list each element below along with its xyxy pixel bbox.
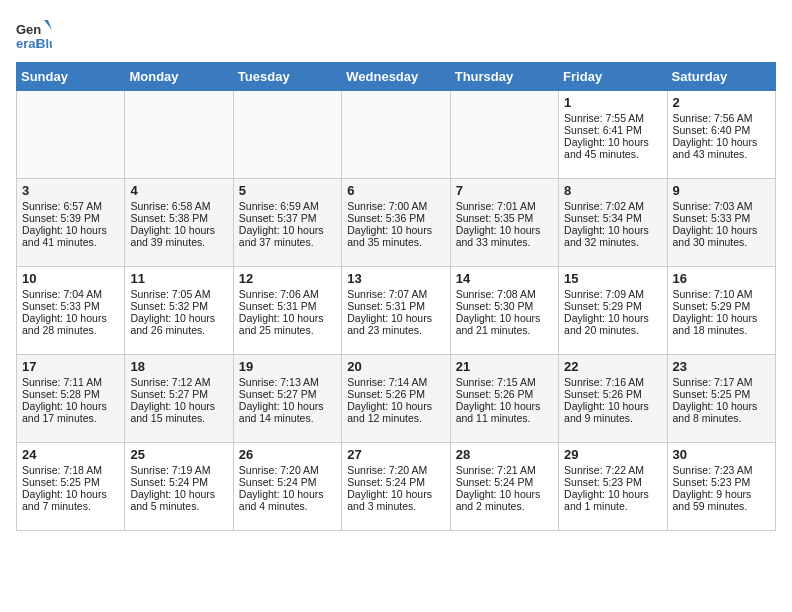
- page-header: Gen eral Blue: [16, 16, 776, 52]
- day-info: Sunset: 5:25 PM: [22, 476, 119, 488]
- day-info: Sunrise: 7:17 AM: [673, 376, 770, 388]
- day-info: Sunset: 5:37 PM: [239, 212, 336, 224]
- calendar-body: 1Sunrise: 7:55 AMSunset: 6:41 PMDaylight…: [17, 91, 776, 531]
- day-info: Daylight: 10 hours and 43 minutes.: [673, 136, 770, 160]
- day-info: Sunset: 5:33 PM: [22, 300, 119, 312]
- day-number: 25: [130, 447, 227, 462]
- calendar-cell: 17Sunrise: 7:11 AMSunset: 5:28 PMDayligh…: [17, 355, 125, 443]
- day-number: 26: [239, 447, 336, 462]
- calendar-cell: 14Sunrise: 7:08 AMSunset: 5:30 PMDayligh…: [450, 267, 558, 355]
- day-info: Sunset: 5:29 PM: [564, 300, 661, 312]
- day-info: Sunrise: 7:19 AM: [130, 464, 227, 476]
- calendar-cell: 25Sunrise: 7:19 AMSunset: 5:24 PMDayligh…: [125, 443, 233, 531]
- calendar-cell: [17, 91, 125, 179]
- day-info: Sunset: 5:31 PM: [347, 300, 444, 312]
- calendar-week-4: 17Sunrise: 7:11 AMSunset: 5:28 PMDayligh…: [17, 355, 776, 443]
- calendar-header-wednesday: Wednesday: [342, 63, 450, 91]
- day-info: Sunset: 5:29 PM: [673, 300, 770, 312]
- day-info: Daylight: 10 hours and 26 minutes.: [130, 312, 227, 336]
- day-info: Sunrise: 6:59 AM: [239, 200, 336, 212]
- calendar-cell: 15Sunrise: 7:09 AMSunset: 5:29 PMDayligh…: [559, 267, 667, 355]
- logo: Gen eral Blue: [16, 16, 58, 52]
- day-info: Sunrise: 7:14 AM: [347, 376, 444, 388]
- day-info: Daylight: 10 hours and 25 minutes.: [239, 312, 336, 336]
- calendar-cell: [125, 91, 233, 179]
- day-number: 12: [239, 271, 336, 286]
- day-number: 8: [564, 183, 661, 198]
- day-number: 4: [130, 183, 227, 198]
- calendar-week-5: 24Sunrise: 7:18 AMSunset: 5:25 PMDayligh…: [17, 443, 776, 531]
- day-info: Sunrise: 7:13 AM: [239, 376, 336, 388]
- day-info: Sunset: 5:24 PM: [130, 476, 227, 488]
- calendar-week-2: 3Sunrise: 6:57 AMSunset: 5:39 PMDaylight…: [17, 179, 776, 267]
- day-info: Daylight: 10 hours and 20 minutes.: [564, 312, 661, 336]
- calendar-cell: 9Sunrise: 7:03 AMSunset: 5:33 PMDaylight…: [667, 179, 775, 267]
- day-info: Daylight: 10 hours and 1 minute.: [564, 488, 661, 512]
- calendar-cell: 21Sunrise: 7:15 AMSunset: 5:26 PMDayligh…: [450, 355, 558, 443]
- day-info: Daylight: 10 hours and 2 minutes.: [456, 488, 553, 512]
- calendar-header-sunday: Sunday: [17, 63, 125, 91]
- day-number: 24: [22, 447, 119, 462]
- day-info: Daylight: 10 hours and 28 minutes.: [22, 312, 119, 336]
- day-info: Sunset: 5:31 PM: [239, 300, 336, 312]
- day-info: Sunrise: 7:00 AM: [347, 200, 444, 212]
- day-info: Sunrise: 7:22 AM: [564, 464, 661, 476]
- calendar-cell: 22Sunrise: 7:16 AMSunset: 5:26 PMDayligh…: [559, 355, 667, 443]
- calendar-cell: 6Sunrise: 7:00 AMSunset: 5:36 PMDaylight…: [342, 179, 450, 267]
- day-info: Sunset: 5:26 PM: [347, 388, 444, 400]
- calendar-cell: 2Sunrise: 7:56 AMSunset: 6:40 PMDaylight…: [667, 91, 775, 179]
- calendar-header-tuesday: Tuesday: [233, 63, 341, 91]
- day-info: Daylight: 10 hours and 37 minutes.: [239, 224, 336, 248]
- calendar-cell: 8Sunrise: 7:02 AMSunset: 5:34 PMDaylight…: [559, 179, 667, 267]
- calendar-cell: 12Sunrise: 7:06 AMSunset: 5:31 PMDayligh…: [233, 267, 341, 355]
- day-info: Sunset: 5:23 PM: [673, 476, 770, 488]
- calendar-cell: 27Sunrise: 7:20 AMSunset: 5:24 PMDayligh…: [342, 443, 450, 531]
- day-info: Daylight: 10 hours and 35 minutes.: [347, 224, 444, 248]
- calendar-cell: 18Sunrise: 7:12 AMSunset: 5:27 PMDayligh…: [125, 355, 233, 443]
- svg-marker-2: [44, 20, 52, 30]
- day-info: Sunrise: 7:10 AM: [673, 288, 770, 300]
- day-number: 21: [456, 359, 553, 374]
- day-number: 23: [673, 359, 770, 374]
- day-info: Sunset: 5:26 PM: [456, 388, 553, 400]
- day-info: Sunset: 5:24 PM: [239, 476, 336, 488]
- calendar-header-monday: Monday: [125, 63, 233, 91]
- day-info: Sunset: 5:38 PM: [130, 212, 227, 224]
- calendar-table: SundayMondayTuesdayWednesdayThursdayFrid…: [16, 62, 776, 531]
- day-number: 18: [130, 359, 227, 374]
- day-info: Sunrise: 7:07 AM: [347, 288, 444, 300]
- day-info: Sunrise: 7:09 AM: [564, 288, 661, 300]
- day-number: 14: [456, 271, 553, 286]
- day-info: Sunset: 5:24 PM: [456, 476, 553, 488]
- day-info: Sunset: 5:24 PM: [347, 476, 444, 488]
- day-info: Daylight: 9 hours and 59 minutes.: [673, 488, 770, 512]
- day-info: Sunrise: 7:03 AM: [673, 200, 770, 212]
- calendar-cell: 26Sunrise: 7:20 AMSunset: 5:24 PMDayligh…: [233, 443, 341, 531]
- day-info: Daylight: 10 hours and 39 minutes.: [130, 224, 227, 248]
- day-info: Sunset: 5:28 PM: [22, 388, 119, 400]
- calendar-cell: 29Sunrise: 7:22 AMSunset: 5:23 PMDayligh…: [559, 443, 667, 531]
- calendar-cell: 11Sunrise: 7:05 AMSunset: 5:32 PMDayligh…: [125, 267, 233, 355]
- day-number: 1: [564, 95, 661, 110]
- day-number: 7: [456, 183, 553, 198]
- day-info: Daylight: 10 hours and 15 minutes.: [130, 400, 227, 424]
- day-number: 17: [22, 359, 119, 374]
- calendar-cell: 20Sunrise: 7:14 AMSunset: 5:26 PMDayligh…: [342, 355, 450, 443]
- day-number: 3: [22, 183, 119, 198]
- day-info: Sunrise: 7:04 AM: [22, 288, 119, 300]
- calendar-cell: 7Sunrise: 7:01 AMSunset: 5:35 PMDaylight…: [450, 179, 558, 267]
- day-number: 6: [347, 183, 444, 198]
- day-info: Sunrise: 7:01 AM: [456, 200, 553, 212]
- day-number: 16: [673, 271, 770, 286]
- day-info: Sunset: 6:40 PM: [673, 124, 770, 136]
- calendar-week-1: 1Sunrise: 7:55 AMSunset: 6:41 PMDaylight…: [17, 91, 776, 179]
- day-info: Sunrise: 7:08 AM: [456, 288, 553, 300]
- day-number: 5: [239, 183, 336, 198]
- calendar-cell: 4Sunrise: 6:58 AMSunset: 5:38 PMDaylight…: [125, 179, 233, 267]
- day-info: Daylight: 10 hours and 5 minutes.: [130, 488, 227, 512]
- day-info: Daylight: 10 hours and 45 minutes.: [564, 136, 661, 160]
- day-number: 13: [347, 271, 444, 286]
- day-info: Daylight: 10 hours and 12 minutes.: [347, 400, 444, 424]
- calendar-cell: 16Sunrise: 7:10 AMSunset: 5:29 PMDayligh…: [667, 267, 775, 355]
- day-info: Daylight: 10 hours and 14 minutes.: [239, 400, 336, 424]
